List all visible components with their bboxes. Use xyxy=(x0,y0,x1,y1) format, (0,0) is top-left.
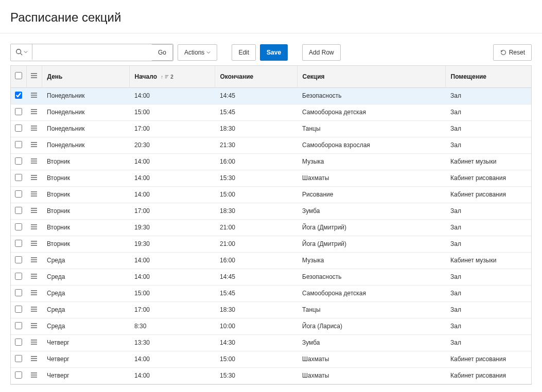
cell-end[interactable]: 21:30 xyxy=(215,137,297,153)
table-row[interactable]: Четверг14:0015:00ШахматыКабинет рисовани… xyxy=(11,351,531,367)
cell-day[interactable]: Вторник xyxy=(42,236,129,252)
row-checkbox[interactable] xyxy=(15,306,22,313)
reset-button[interactable]: Reset xyxy=(493,44,532,61)
row-select[interactable] xyxy=(11,137,26,153)
row-menu[interactable] xyxy=(26,87,42,104)
row-checkbox[interactable] xyxy=(15,190,22,198)
row-checkbox[interactable] xyxy=(15,174,22,181)
cell-end[interactable]: 21:00 xyxy=(215,219,297,236)
cell-start[interactable]: 14:00 xyxy=(129,170,215,186)
table-row[interactable]: Понедельник14:0014:45БезопасностьЗал xyxy=(11,87,531,104)
row-menu[interactable] xyxy=(26,301,42,318)
cell-day[interactable]: Вторник xyxy=(42,153,129,170)
row-select[interactable] xyxy=(11,203,26,219)
table-row[interactable]: Вторник19:3021:00Йога (Дмитрий)Зал xyxy=(11,219,531,236)
cell-room[interactable]: Зал xyxy=(445,269,531,285)
cell-end[interactable]: 15:30 xyxy=(215,170,297,186)
cell-start[interactable]: 14:00 xyxy=(129,186,215,203)
cell-end[interactable]: 16:00 xyxy=(215,153,297,170)
cell-end[interactable]: 14:45 xyxy=(215,87,297,104)
row-menu[interactable] xyxy=(26,120,42,137)
cell-start[interactable]: 17:00 xyxy=(129,301,215,318)
cell-start[interactable]: 8:30 xyxy=(129,318,215,334)
row-checkbox[interactable] xyxy=(15,92,22,99)
table-row[interactable]: Вторник14:0016:00МузыкаКабинет музыки xyxy=(11,153,531,170)
cell-section[interactable]: Музыка xyxy=(297,252,445,269)
cell-end[interactable]: 18:30 xyxy=(215,301,297,318)
cell-room[interactable]: Кабинет рисования xyxy=(445,351,531,367)
cell-day[interactable]: Понедельник xyxy=(42,87,129,104)
header-select-all[interactable] xyxy=(11,66,26,87)
cell-end[interactable]: 15:00 xyxy=(215,186,297,203)
row-menu[interactable] xyxy=(26,219,42,236)
table-row[interactable]: Вторник19:3021:00Йога (Дмитрий)Зал xyxy=(11,236,531,252)
row-checkbox[interactable] xyxy=(15,355,22,362)
row-checkbox[interactable] xyxy=(15,338,22,346)
row-menu[interactable] xyxy=(26,334,42,351)
cell-room[interactable]: Зал xyxy=(445,285,531,301)
cell-start[interactable]: 19:30 xyxy=(129,236,215,252)
table-row[interactable]: Вторник14:0015:00РисованиеКабинет рисова… xyxy=(11,186,531,203)
cell-day[interactable]: Понедельник xyxy=(42,104,129,120)
cell-day[interactable]: Четверг xyxy=(42,351,129,367)
row-select[interactable] xyxy=(11,170,26,186)
cell-room[interactable]: Кабинет рисования xyxy=(445,170,531,186)
cell-end[interactable]: 16:00 xyxy=(215,252,297,269)
row-menu[interactable] xyxy=(26,186,42,203)
row-checkbox[interactable] xyxy=(15,223,22,230)
cell-start[interactable]: 15:00 xyxy=(129,104,215,120)
row-select[interactable] xyxy=(11,219,26,236)
cell-section[interactable]: Зумба xyxy=(297,203,445,219)
cell-room[interactable]: Зал xyxy=(445,301,531,318)
cell-room[interactable]: Кабинет музыки xyxy=(445,252,531,269)
cell-end[interactable]: 15:45 xyxy=(215,104,297,120)
go-button[interactable]: Go xyxy=(152,44,173,61)
table-row[interactable]: Понедельник17:0018:30ТанцыЗал xyxy=(11,120,531,137)
cell-day[interactable]: Вторник xyxy=(42,186,129,203)
row-select[interactable] xyxy=(11,252,26,269)
edit-button[interactable]: Edit xyxy=(232,44,256,61)
table-row[interactable]: Вторник17:0018:30ЗумбаЗал xyxy=(11,203,531,219)
row-checkbox[interactable] xyxy=(15,273,22,280)
row-menu[interactable] xyxy=(26,137,42,153)
cell-end[interactable]: 18:30 xyxy=(215,120,297,137)
cell-day[interactable]: Среда xyxy=(42,252,129,269)
cell-end[interactable]: 21:00 xyxy=(215,236,297,252)
cell-start[interactable]: 14:00 xyxy=(129,153,215,170)
cell-start[interactable]: 14:00 xyxy=(129,351,215,367)
cell-section[interactable]: Музыка xyxy=(297,153,445,170)
row-checkbox[interactable] xyxy=(15,207,22,214)
row-select[interactable] xyxy=(11,104,26,120)
header-end[interactable]: Окончание xyxy=(215,66,297,87)
table-row[interactable]: Четверг14:0015:30ШахматыКабинет рисовани… xyxy=(11,367,531,384)
row-select[interactable] xyxy=(11,351,26,367)
row-menu[interactable] xyxy=(26,285,42,301)
cell-day[interactable]: Среда xyxy=(42,269,129,285)
row-select[interactable] xyxy=(11,269,26,285)
cell-section[interactable]: Безопасность xyxy=(297,87,445,104)
row-checkbox[interactable] xyxy=(15,289,22,296)
cell-section[interactable]: Зумба xyxy=(297,334,445,351)
row-checkbox[interactable] xyxy=(15,157,22,165)
row-checkbox[interactable] xyxy=(15,371,22,379)
add-row-button[interactable]: Add Row xyxy=(302,44,341,61)
table-row[interactable]: Среда17:0018:30ТанцыЗал xyxy=(11,301,531,318)
header-room[interactable]: Помещение xyxy=(445,66,531,87)
cell-room[interactable]: Зал xyxy=(445,104,531,120)
cell-section[interactable]: Рисование xyxy=(297,186,445,203)
cell-section[interactable]: Шахматы xyxy=(297,170,445,186)
table-row[interactable]: Понедельник15:0015:45Самооборона детская… xyxy=(11,104,531,120)
cell-room[interactable]: Зал xyxy=(445,219,531,236)
cell-room[interactable]: Зал xyxy=(445,334,531,351)
cell-day[interactable]: Четверг xyxy=(42,334,129,351)
row-select[interactable] xyxy=(11,153,26,170)
cell-start[interactable]: 17:00 xyxy=(129,120,215,137)
cell-start[interactable]: 14:00 xyxy=(129,87,215,104)
row-menu[interactable] xyxy=(26,203,42,219)
cell-start[interactable]: 14:00 xyxy=(129,269,215,285)
save-button[interactable]: Save xyxy=(260,44,288,61)
select-all-checkbox[interactable] xyxy=(15,72,22,79)
cell-day[interactable]: Понедельник xyxy=(42,137,129,153)
cell-end[interactable]: 15:45 xyxy=(215,285,297,301)
cell-room[interactable]: Зал xyxy=(445,236,531,252)
